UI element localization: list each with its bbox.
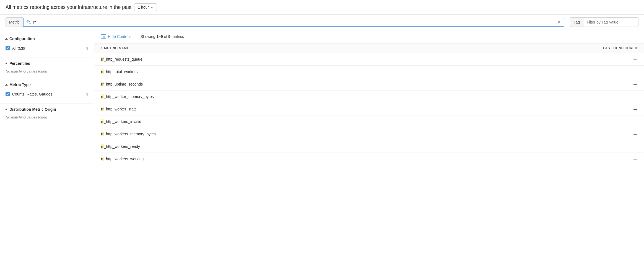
table-row[interactable]: rr_http_workers_memory_bytes — [94,128,644,140]
metric-name-suffix: _http_workers_working [104,157,144,161]
configuration-header[interactable]: Configuration [0,34,94,43]
content-toolbar: ◁ Hide Controls Showing 1–9 of 9 metrics [94,30,644,43]
metric-highlight: rr [101,157,104,161]
metric-last-configured: — [577,94,637,99]
tag-value-input[interactable] [583,17,638,27]
configuration-section: Configuration ✓ All tags 9 [0,34,94,55]
checkmark-icon-2: ✓ [7,93,9,96]
metric-label: Metric [6,17,23,27]
table-header: ↑ METRIC NAME LAST CONFIGURED [94,43,644,53]
last-configured-column-header: LAST CONFIGURED [577,46,637,50]
showing-text: Showing 1–9 of 9 metrics [141,34,184,39]
hide-controls-icon: ◁ [101,34,106,39]
metric-name-suffix: _http_worker_state [104,107,137,111]
metric-name-cell: rr_http_workers_invalid [101,119,577,124]
chevron-down-icon [150,7,153,8]
metric-highlight: rr [101,69,104,74]
distribution-chevron-icon [5,109,8,110]
metric-last-configured: — [577,107,637,111]
metric-last-configured: — [577,132,637,136]
percentiles-content: No matching values found [0,68,94,77]
distribution-label: Distribution Metric Origin [9,107,56,112]
metric-name-suffix: _http_workers_ready [104,144,140,149]
metric-highlight: rr [101,119,104,124]
percentiles-chevron-icon [5,63,8,64]
metric-name-column-header: METRIC NAME [104,46,129,50]
distribution-header[interactable]: Distribution Metric Origin [0,105,94,114]
showing-range: 1–9 [156,34,164,39]
metric-highlight: rr [101,132,104,136]
table-row[interactable]: rr_http_workers_working — [94,153,644,165]
metric-highlight: rr [101,57,104,61]
metric-type-header[interactable]: Metric Type [0,80,94,89]
of-label: of [164,34,167,39]
toolbar-divider [136,34,136,39]
metric-name-suffix: _http_workers_memory_bytes [104,132,156,136]
metric-type-section: Metric Type ✓ Counts, Rates, Gauges 9 [0,80,94,101]
distribution-no-match: No matching values found [6,114,47,120]
content-area: ◁ Hide Controls Showing 1–9 of 9 metrics [94,30,644,263]
configuration-chevron-icon [5,38,8,40]
metric-highlight: rr [101,144,104,149]
metric-highlight: rr [101,94,104,99]
counts-rates-gauges-label: Counts, Rates, Gauges [12,92,84,96]
metric-name-cell: rr_http_workers_memory_bytes [101,132,577,136]
header-prefix-text: All metrics reporting across your infras… [6,4,131,10]
search-input-wrapper: 🔍 ✕ [23,18,564,27]
metric-name-suffix: _http_total_workers [104,69,137,74]
metric-name-cell: rr_http_workers_ready [101,144,577,149]
percentiles-header[interactable]: Percentiles [0,59,94,68]
metric-last-configured: — [577,57,637,61]
all-tags-item: ✓ All tags 9 [6,44,88,52]
metric-name-cell: rr_http_workers_working [101,157,577,161]
metric-last-configured: — [577,144,637,149]
table-row[interactable]: rr_http_total_workers — [94,66,644,78]
hide-controls-label: Hide Controls [108,34,131,39]
clear-icon[interactable]: ✕ [557,20,561,24]
tag-section: Tag [570,17,638,27]
counts-rates-gauges-item: ✓ Counts, Rates, Gauges 9 [6,90,88,98]
showing-label: Showing [141,34,155,39]
search-icon: 🔍 [26,20,31,24]
metrics-label: metrics [172,34,184,39]
metric-name-cell: rr_http_worker_memory_bytes [101,94,577,99]
metric-name-suffix: _http_workers_invalid [104,119,141,124]
main-layout: Configuration ✓ All tags 9 [0,30,644,263]
distribution-section: Distribution Metric Origin No matching v… [0,105,94,123]
table-row[interactable]: rr_http_worker_memory_bytes — [94,91,644,103]
counts-rates-gauges-checkbox[interactable]: ✓ [6,92,10,96]
table-row[interactable]: rr_http_worker_state — [94,103,644,115]
sidebar-divider-1 [0,58,94,58]
metric-name-suffix: _http_worker_memory_bytes [104,94,154,99]
metric-highlight: rr [101,82,104,86]
metric-name-cell: rr_http_worker_state [101,107,577,111]
time-dropdown[interactable]: 1 hour [134,3,157,11]
metric-last-configured: — [577,82,637,86]
sort-icon: ↑ [101,46,102,50]
tag-label: Tag [570,17,583,27]
counts-rates-gauges-count: 9 [86,92,88,96]
metric-type-chevron-icon [5,84,8,86]
header-bar: All metrics reporting across your infras… [0,0,644,15]
metric-last-configured: — [577,157,637,161]
search-bar: Metric 🔍 ✕ Tag [0,15,644,30]
sidebar-divider-2 [0,79,94,79]
metric-name-cell: rr_http_requests_queue [101,57,577,61]
table-row[interactable]: rr_http_uptime_seconds — [94,78,644,91]
all-tags-checkbox[interactable]: ✓ [6,46,10,50]
metric-last-configured: — [577,119,637,124]
all-tags-count: 9 [86,46,88,50]
percentiles-section: Percentiles No matching values found [0,59,94,77]
table-row[interactable]: rr_http_requests_queue — [94,53,644,66]
table-row[interactable]: rr_http_workers_ready — [94,140,644,153]
configuration-label: Configuration [9,37,35,41]
distribution-content: No matching values found [0,114,94,123]
metric-type-content: ✓ Counts, Rates, Gauges 9 [0,89,94,101]
col-name-header[interactable]: ↑ METRIC NAME [101,46,577,50]
time-value: 1 hour [138,5,149,9]
search-input[interactable] [33,20,555,24]
percentiles-no-match: No matching values found [6,68,47,74]
hide-controls-button[interactable]: ◁ Hide Controls [101,34,131,39]
metric-name-cell: rr_http_uptime_seconds [101,82,577,86]
table-row[interactable]: rr_http_workers_invalid — [94,115,644,128]
